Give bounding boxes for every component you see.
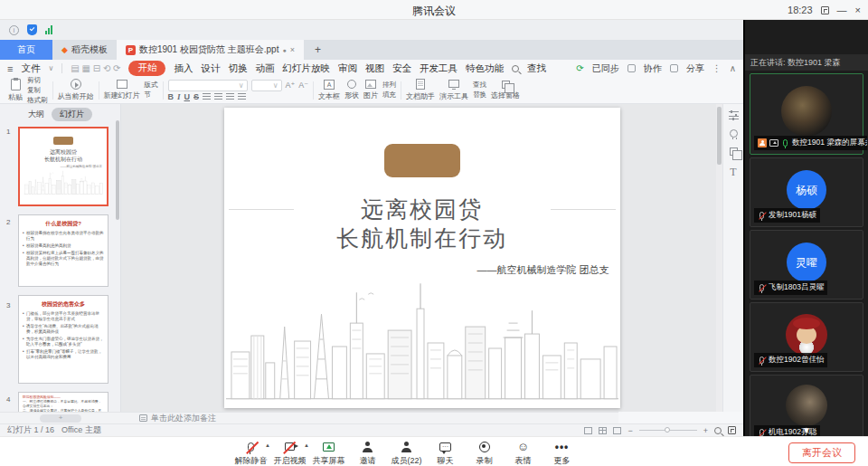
menu-features[interactable]: 特色功能 <box>466 62 504 75</box>
tab-templates[interactable]: ◆ 稻壳模板 <box>52 40 117 60</box>
align-center-icon[interactable] <box>214 93 222 100</box>
add-slide-button[interactable]: + <box>40 414 81 423</box>
zoom-in-icon[interactable]: + <box>703 426 708 435</box>
font-name-select[interactable]: ∨ <box>168 80 248 91</box>
strikethrough-button[interactable]: S <box>193 92 199 101</box>
italic-button[interactable]: I <box>177 92 181 101</box>
notes-placeholder[interactable]: 单击此处添加备注 <box>151 413 216 424</box>
layout-button[interactable]: 版式 <box>145 81 158 90</box>
font-shrink-icon[interactable]: A⁻ <box>298 81 308 90</box>
normal-view-icon[interactable] <box>584 427 592 434</box>
chat-button[interactable]: ··· 聊天 <box>426 440 465 466</box>
video-tile[interactable]: 杨硕 发制1901杨硕 <box>750 157 863 227</box>
slide-subtitle[interactable]: ——航空机械制造学院 团总支 <box>476 263 609 277</box>
fullscreen-view-icon[interactable] <box>728 426 736 434</box>
slides-tab-active[interactable]: 幻灯片 <box>52 108 92 121</box>
tab-home[interactable]: 首页 <box>0 40 52 60</box>
video-tile[interactable]: 数控1902曾佳怡 <box>750 302 863 372</box>
start-video-button[interactable]: ▲ 开启视频 <box>270 440 309 466</box>
tab-document[interactable]: P 数控1901 校园贷防范 主题班会.ppt ● × <box>117 40 304 60</box>
more-vertical-icon[interactable]: ⋮ <box>712 63 722 73</box>
bold-button[interactable]: B <box>168 92 175 101</box>
ribbon-replace-button[interactable]: 替换 <box>473 90 486 100</box>
copy-button[interactable]: 复制 <box>27 86 48 95</box>
share-label[interactable]: 分享 <box>686 62 704 75</box>
slide-thumbnail-1[interactable]: 远离校园贷 长航机制在行动 ——航空机械制造学院 团总支 <box>18 127 108 206</box>
format-painter-button[interactable]: 格式刷 <box>27 96 48 105</box>
members-button[interactable]: 成员(22) <box>387 440 426 466</box>
new-slide-button[interactable]: 新建幻灯片 <box>104 80 140 100</box>
menu-find[interactable]: 查找 <box>527 62 546 75</box>
font-grow-icon[interactable]: A⁺ <box>286 81 296 90</box>
menu-devtools[interactable]: 开发工具 <box>420 62 458 75</box>
editor-scrollbar[interactable] <box>716 104 722 412</box>
textbox-button[interactable]: A文本框 <box>318 80 340 101</box>
invite-button[interactable]: 邀请 <box>348 440 387 466</box>
smart-assistant-icon[interactable] <box>730 129 738 138</box>
menu-slideshow[interactable]: 幻灯片放映 <box>282 62 330 75</box>
play-from-current-button[interactable]: 从当前开始 <box>58 79 94 101</box>
slide-title-line1[interactable]: 远离校园贷 <box>224 195 620 224</box>
hamburger-icon[interactable]: ≡ <box>7 63 13 74</box>
unmute-button[interactable]: ▲ 解除静音 <box>231 440 270 466</box>
collab-label[interactable]: 协作 <box>644 62 662 75</box>
menu-review[interactable]: 审阅 <box>338 62 357 75</box>
collapse-ribbon-icon[interactable]: ∧ <box>730 63 736 73</box>
zoom-slider[interactable] <box>639 430 697 431</box>
ribbon-find-button[interactable]: 查找 <box>473 81 486 90</box>
chevron-down-icon[interactable]: ∨ <box>48 64 53 72</box>
menu-insert[interactable]: 插入 <box>174 62 193 75</box>
slide-brown-shape[interactable] <box>384 144 460 177</box>
outline-tab[interactable]: 大纲 <box>28 109 44 120</box>
leave-meeting-button[interactable]: 离开会议 <box>788 442 855 463</box>
zoom-out-icon[interactable]: − <box>627 426 632 435</box>
arrange-button[interactable]: 排列 <box>382 81 396 90</box>
menu-file[interactable]: 文件 <box>21 62 40 75</box>
panel-scrollbar[interactable] <box>116 120 119 220</box>
tab-close-icon[interactable]: × <box>290 45 295 54</box>
doc-assistant-button[interactable]: 文档助手 <box>406 79 435 101</box>
video-tile-sharing[interactable]: 数控1901 梁森的屏幕共享 <box>750 73 863 155</box>
underline-button[interactable]: U <box>184 92 191 101</box>
menu-home-active[interactable]: 开始 <box>128 61 165 76</box>
menu-security[interactable]: 安全 <box>392 62 411 75</box>
more-button[interactable]: ••• 更多 <box>542 440 581 466</box>
record-button[interactable]: 录制 <box>465 440 504 466</box>
notes-placeholder-zone[interactable]: 单击此处添加备注 <box>139 413 216 424</box>
section-button[interactable]: 节 <box>145 90 158 100</box>
align-right-icon[interactable] <box>226 93 234 100</box>
align-left-icon[interactable] <box>203 93 211 100</box>
search-icon[interactable] <box>512 65 519 72</box>
cut-button[interactable]: 剪切 <box>27 76 48 85</box>
fullscreen-icon[interactable] <box>821 6 829 14</box>
scroll-more-icon[interactable]: ▼ <box>802 425 811 435</box>
synced-label[interactable]: 已同步 <box>592 62 619 75</box>
fit-zoom-icon[interactable] <box>714 427 722 434</box>
text-tool-icon[interactable]: T <box>730 166 736 179</box>
menu-transition[interactable]: 切换 <box>228 62 247 75</box>
slide-thumbnail-4[interactable]: 防范校园贷风险须知—— 一、树立理性消费观念，不盲目攀比、不超前消费，合理安排生… <box>18 392 108 412</box>
picture-button[interactable]: 图片 <box>363 80 378 100</box>
resource-library-icon[interactable] <box>730 147 738 156</box>
new-tab-button[interactable]: + <box>304 40 332 60</box>
slide-title-line2[interactable]: 长航机制在行动 <box>224 223 620 253</box>
paste-button[interactable]: 粘贴 <box>8 79 23 102</box>
object-properties-icon[interactable] <box>729 111 739 119</box>
menu-design[interactable]: 设计 <box>201 62 220 75</box>
menu-view[interactable]: 视图 <box>365 62 384 75</box>
slide-thumbnail-2[interactable]: 什么是校园贷? 校园贷是指在校学生向各类借贷平台借款的行为 校园贷是高利息的高利… <box>18 214 108 287</box>
current-slide[interactable]: 远离校园贷 长航机制在行动 ——航空机械制造学院 团总支 <box>224 108 620 408</box>
shield-icon[interactable] <box>27 24 37 35</box>
close-icon[interactable]: × <box>855 5 861 15</box>
present-tools-button[interactable]: 演示工具 <box>439 80 468 101</box>
video-tile[interactable]: 灵曜 飞制1803吕灵曜 <box>750 230 863 300</box>
share-screen-button[interactable]: 共享屏幕 <box>309 440 348 466</box>
selection-pane-button[interactable]: 选择窗格 <box>491 81 520 100</box>
slide-editor-canvas[interactable]: 远离校园贷 长航机制在行动 ——航空机械制造学院 团总支 <box>121 104 722 412</box>
reading-view-icon[interactable] <box>613 427 621 434</box>
menu-animation[interactable]: 动画 <box>255 62 274 75</box>
minimize-icon[interactable]: — <box>837 5 847 15</box>
info-icon[interactable]: i <box>9 25 19 35</box>
font-size-select[interactable]: ∨ <box>251 80 282 91</box>
quick-access-icons[interactable]: ▤ ▦ ⊟ ⟲ ⟳ <box>71 63 120 73</box>
